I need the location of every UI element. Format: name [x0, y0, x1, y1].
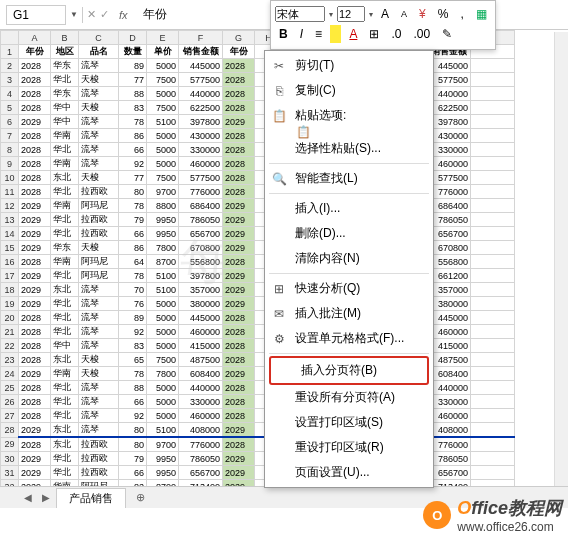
- cell[interactable]: 83: [119, 101, 147, 115]
- cell[interactable]: 415000: [179, 339, 223, 353]
- row-header[interactable]: 14: [1, 227, 19, 241]
- cell[interactable]: 7500: [147, 73, 179, 87]
- cell[interactable]: 86: [119, 241, 147, 255]
- cell[interactable]: 460000: [179, 409, 223, 423]
- cell[interactable]: 2028: [19, 395, 51, 409]
- cell[interactable]: 东北: [51, 283, 79, 297]
- cell[interactable]: 2028: [19, 255, 51, 269]
- cell[interactable]: [471, 115, 515, 129]
- cell[interactable]: 80: [119, 423, 147, 438]
- border-icon[interactable]: ⊞: [365, 25, 383, 43]
- cell[interactable]: 92: [119, 157, 147, 171]
- comma-style-icon[interactable]: ,: [456, 5, 467, 23]
- cell[interactable]: 357000: [179, 283, 223, 297]
- cell[interactable]: 2028: [223, 171, 255, 185]
- cell[interactable]: 5000: [147, 395, 179, 409]
- cell[interactable]: 2029: [19, 283, 51, 297]
- cell[interactable]: [471, 87, 515, 101]
- cell[interactable]: 2029: [19, 213, 51, 227]
- ctx-copy[interactable]: ⎘复制(C): [265, 78, 433, 103]
- cell[interactable]: 9950: [147, 213, 179, 227]
- cell[interactable]: 2029: [223, 367, 255, 381]
- cell[interactable]: 华北: [51, 227, 79, 241]
- cell[interactable]: 2028: [19, 185, 51, 199]
- ctx-clear[interactable]: 清除内容(N): [265, 246, 433, 271]
- cell[interactable]: 445000: [179, 311, 223, 325]
- cell[interactable]: 2028: [19, 73, 51, 87]
- cell[interactable]: 2028: [223, 339, 255, 353]
- cell[interactable]: 华中: [51, 115, 79, 129]
- ctx-page-setup[interactable]: 页面设置(U)...: [265, 460, 433, 485]
- cell[interactable]: [471, 423, 515, 438]
- row-header[interactable]: 25: [1, 381, 19, 395]
- cell[interactable]: 2028: [223, 353, 255, 367]
- cell[interactable]: 流琴: [79, 409, 119, 423]
- column-header[interactable]: B: [51, 31, 79, 45]
- cell[interactable]: 2028: [223, 409, 255, 423]
- cell[interactable]: 786050: [179, 213, 223, 227]
- cell[interactable]: 78: [119, 199, 147, 213]
- row-header[interactable]: 11: [1, 185, 19, 199]
- row-header[interactable]: 24: [1, 367, 19, 381]
- cell[interactable]: 9950: [147, 452, 179, 466]
- cell[interactable]: 5000: [147, 409, 179, 423]
- confirm-icon[interactable]: ✓: [100, 8, 109, 21]
- cell[interactable]: 2028: [19, 409, 51, 423]
- cell[interactable]: 2028: [223, 437, 255, 452]
- cell[interactable]: [471, 466, 515, 480]
- cell[interactable]: 445000: [179, 59, 223, 73]
- cell[interactable]: 2028: [223, 143, 255, 157]
- tab-nav-next-icon[interactable]: ▶: [38, 492, 54, 503]
- cell[interactable]: [471, 171, 515, 185]
- row-header[interactable]: 22: [1, 339, 19, 353]
- cell[interactable]: 2028: [223, 395, 255, 409]
- cell[interactable]: 华南: [51, 255, 79, 269]
- cell[interactable]: [471, 143, 515, 157]
- cell[interactable]: 380000: [179, 297, 223, 311]
- cell[interactable]: 拉西欧: [79, 213, 119, 227]
- cell[interactable]: 2028: [223, 59, 255, 73]
- cell[interactable]: 2028: [19, 381, 51, 395]
- cell[interactable]: 2028: [19, 87, 51, 101]
- header-cell[interactable]: 年份: [223, 45, 255, 59]
- cell[interactable]: [471, 353, 515, 367]
- cell[interactable]: 2029: [19, 227, 51, 241]
- increase-font-icon[interactable]: A: [377, 5, 393, 23]
- cell[interactable]: [471, 283, 515, 297]
- cell[interactable]: 天梭: [79, 171, 119, 185]
- cell[interactable]: 2029: [19, 367, 51, 381]
- cell[interactable]: 66: [119, 143, 147, 157]
- cell[interactable]: 2028: [19, 353, 51, 367]
- cell[interactable]: 华南: [51, 199, 79, 213]
- cell[interactable]: 2029: [223, 115, 255, 129]
- ctx-set-print-area[interactable]: 设置打印区域(S): [265, 410, 433, 435]
- column-header[interactable]: C: [79, 31, 119, 45]
- dropdown-icon[interactable]: ▾: [329, 10, 333, 19]
- row-header[interactable]: 19: [1, 297, 19, 311]
- cell[interactable]: 流琴: [79, 129, 119, 143]
- cell[interactable]: 656700: [179, 227, 223, 241]
- ctx-insert-page-break[interactable]: 插入分页符(B): [269, 356, 429, 385]
- cell[interactable]: 9950: [147, 227, 179, 241]
- cell[interactable]: [471, 73, 515, 87]
- column-header[interactable]: A: [19, 31, 51, 45]
- cell[interactable]: 7800: [147, 241, 179, 255]
- cell[interactable]: 华东: [51, 241, 79, 255]
- cell[interactable]: 9700: [147, 437, 179, 452]
- ctx-format-cells[interactable]: ⚙设置单元格格式(F)...: [265, 326, 433, 351]
- cell[interactable]: 天梭: [79, 101, 119, 115]
- cell[interactable]: 流琴: [79, 381, 119, 395]
- row-header[interactable]: 2: [1, 59, 19, 73]
- align-icon[interactable]: ≡: [311, 25, 326, 43]
- cell[interactable]: 77: [119, 73, 147, 87]
- cell[interactable]: 2028: [19, 59, 51, 73]
- italic-button[interactable]: I: [296, 25, 307, 43]
- cell[interactable]: [471, 297, 515, 311]
- cell[interactable]: 460000: [179, 325, 223, 339]
- cell[interactable]: 天梭: [79, 73, 119, 87]
- conditional-format-icon[interactable]: ▦: [472, 5, 491, 23]
- cell[interactable]: 2028: [19, 311, 51, 325]
- row-header[interactable]: 30: [1, 452, 19, 466]
- cell[interactable]: 79: [119, 213, 147, 227]
- cell[interactable]: 397800: [179, 269, 223, 283]
